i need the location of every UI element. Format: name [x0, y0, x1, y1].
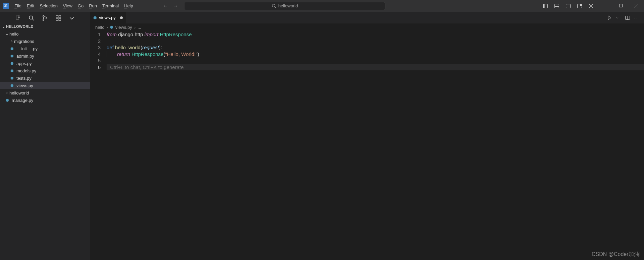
menu-file[interactable]: File	[12, 0, 24, 12]
tree-file-views[interactable]: ⬢views.py	[0, 82, 90, 89]
tree-file-models[interactable]: ⬢models.py	[0, 67, 90, 74]
svg-rect-6	[566, 4, 571, 8]
chevron-right-icon: ›	[5, 90, 9, 95]
code-content[interactable]: from django.http import HttpResponse def…	[107, 31, 644, 260]
text-cursor	[107, 64, 107, 70]
run-icon[interactable]	[607, 15, 612, 20]
svg-point-19	[43, 15, 44, 17]
chevron-down-icon: ⌄	[5, 31, 9, 36]
svg-line-1	[274, 6, 276, 8]
chevron-down-icon[interactable]	[615, 16, 619, 19]
explorer-section-header[interactable]: ⌄ HELLOWORLD	[0, 23, 90, 30]
maximize-button[interactable]	[613, 0, 629, 12]
code-line[interactable]	[107, 57, 644, 64]
toggle-panel-icon[interactable]	[551, 0, 562, 12]
title-bar: ⌘ File Edit Selection View Go Run Termin…	[0, 0, 644, 12]
line-number: 4	[90, 51, 101, 58]
chevron-down-icon: ⌄	[1, 24, 6, 29]
breadcrumb-more[interactable]: ...	[138, 25, 141, 30]
tree-folder-helloworld[interactable]: ›helloworld	[0, 89, 90, 96]
tree-file-admin[interactable]: ⬢admin.py	[0, 52, 90, 60]
menu-selection[interactable]: Selection	[37, 0, 60, 12]
menu-edit[interactable]: Edit	[24, 0, 37, 12]
tab-bar: ⬢ views.py ···	[90, 12, 644, 23]
window-controls	[598, 0, 644, 12]
code-editor[interactable]: 1 2 3 4 5 6 from django.http import Http…	[90, 31, 644, 260]
python-icon: ⬢	[5, 97, 10, 103]
code-line-current[interactable]: Ctrl+L to chat, Ctrl+K to generate	[107, 64, 644, 71]
toggle-secondary-sidebar-icon[interactable]	[563, 0, 574, 12]
line-number: 6	[90, 64, 101, 71]
tree-folder-hello[interactable]: ⌄hello	[0, 30, 90, 38]
dirty-indicator-icon	[120, 16, 123, 19]
svg-rect-3	[543, 4, 545, 8]
svg-rect-9	[580, 4, 582, 6]
minimize-button[interactable]	[598, 0, 613, 12]
chevron-down-icon[interactable]	[69, 15, 75, 21]
tree-file-apps[interactable]: ⬢apps.py	[0, 60, 90, 67]
code-line[interactable]: from django.http import HttpResponse	[107, 31, 644, 38]
chevron-right-icon: ›	[9, 39, 14, 44]
svg-rect-12	[619, 4, 622, 7]
menu-terminal[interactable]: Terminal	[100, 0, 121, 12]
tab-views-py[interactable]: ⬢ views.py	[90, 12, 126, 23]
close-button[interactable]	[629, 0, 644, 12]
explorer-sidebar: ⌄ HELLOWORLD ⌄hello ›migrations ⬢__init_…	[0, 12, 90, 260]
python-icon: ⬢	[93, 15, 97, 20]
search-icon	[272, 4, 276, 8]
breadcrumb-folder[interactable]: hello	[95, 25, 104, 30]
python-icon: ⬢	[9, 53, 15, 59]
line-number: 3	[90, 44, 101, 51]
python-icon: ⬢	[9, 75, 15, 81]
line-number: 1	[90, 31, 101, 38]
tree-file-init[interactable]: ⬢__init__.py	[0, 45, 90, 52]
toggle-primary-sidebar-icon[interactable]	[540, 0, 551, 12]
settings-gear-icon[interactable]	[586, 0, 596, 12]
more-actions-icon[interactable]: ···	[634, 15, 639, 20]
search-icon[interactable]	[29, 15, 35, 21]
editor-actions: ···	[607, 15, 644, 20]
python-icon: ⬢	[9, 61, 15, 66]
inline-hint: Ctrl+L to chat, Ctrl+K to generate	[110, 64, 184, 70]
svg-rect-23	[56, 18, 58, 20]
line-number: 5	[90, 57, 101, 64]
command-center[interactable]: helloworld	[184, 2, 385, 10]
menu-go[interactable]: Go	[75, 0, 86, 12]
title-layout-actions	[540, 0, 598, 12]
code-line[interactable]	[107, 38, 644, 45]
split-editor-icon[interactable]	[625, 15, 630, 20]
svg-rect-24	[59, 18, 61, 20]
project-name: HELLOWORLD	[6, 24, 34, 28]
extensions-icon[interactable]	[55, 15, 61, 21]
menu-run[interactable]: Run	[86, 0, 100, 12]
svg-point-21	[46, 17, 47, 18]
app-icon: ⌘	[0, 3, 12, 9]
chevron-right-icon: ›	[106, 25, 108, 30]
svg-rect-25	[59, 15, 61, 17]
breadcrumb-file[interactable]: views.py	[115, 25, 132, 30]
code-line[interactable]: return HttpResponse("Hello, World!")	[107, 51, 644, 58]
python-icon: ⬢	[9, 46, 15, 51]
menu-view[interactable]: View	[60, 0, 75, 12]
python-icon: ⬢	[9, 68, 15, 73]
tree-file-tests[interactable]: ⬢tests.py	[0, 74, 90, 82]
svg-rect-22	[56, 15, 58, 17]
editor-area: ⬢ views.py ··· hello › ⬢ views.py › ... …	[90, 12, 644, 260]
svg-rect-4	[555, 4, 559, 8]
tree-folder-migrations[interactable]: ›migrations	[0, 38, 90, 45]
tree-file-manage[interactable]: ⬢manage.py	[0, 96, 90, 104]
customize-layout-icon[interactable]	[574, 0, 585, 12]
menu-help[interactable]: Help	[121, 0, 136, 12]
code-line[interactable]: def hello_world(request):	[107, 44, 644, 51]
svg-point-0	[272, 4, 275, 7]
new-file-icon[interactable]	[15, 15, 21, 21]
breadcrumbs[interactable]: hello › ⬢ views.py › ...	[90, 23, 644, 31]
svg-point-10	[590, 5, 592, 6]
source-control-icon[interactable]	[42, 15, 48, 21]
file-tree: ⌄hello ›migrations ⬢__init__.py ⬢admin.p…	[0, 30, 90, 260]
nav-back-icon[interactable]: ←	[163, 3, 168, 9]
svg-point-20	[43, 19, 44, 20]
python-icon: ⬢	[110, 25, 113, 29]
nav-forward-icon[interactable]: →	[173, 3, 178, 9]
explorer-toolbar	[0, 12, 90, 23]
